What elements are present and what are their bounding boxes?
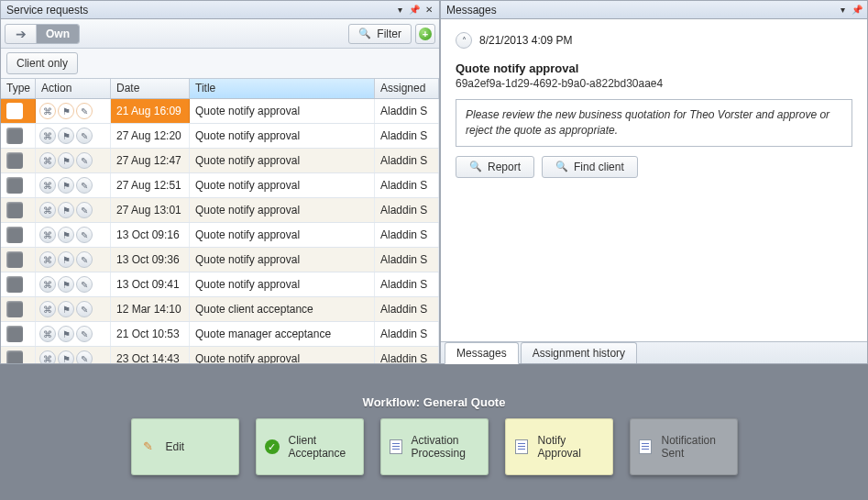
flag-icon[interactable]: ⚑ [58,128,74,144]
col-action[interactable]: Action [36,79,111,98]
cell-assigned: Aladdin S [375,272,439,296]
report-button[interactable]: 🔍 Report [456,156,534,178]
workflow-bar: Workflow: General Quote ✎ Edit ✓ Client … [0,364,868,500]
flag-icon[interactable]: ⚑ [58,301,74,317]
edit-icon[interactable]: ✎ [76,227,93,243]
filter-button[interactable]: 🔍 Filter [348,24,412,44]
flag-icon[interactable]: ⚑ [58,227,74,243]
pin-icon[interactable]: 📌 [851,4,863,17]
messages-panel: Messages ▾ 📌 ˄ 8/21/2013 4:09 PM Quote n… [440,0,868,364]
flag-icon[interactable]: ⚑ [58,251,74,268]
workflow-card-activation[interactable]: Activation Processing [380,418,489,475]
cell-assigned: Aladdin S [375,198,439,222]
workflow-card-client-acceptance[interactable]: ✓ Client Acceptance [256,418,364,475]
table-row[interactable]: ⌘⚑✎23 Oct 14:43Quote notify approvalAlad… [1,347,439,363]
message-text: Please review the new business quotation… [456,99,852,147]
attachment-icon[interactable]: ⌘ [39,128,56,144]
edit-icon[interactable]: ✎ [76,128,93,144]
attachment-icon[interactable]: ⌘ [39,326,56,342]
cell-assigned: Aladdin S [375,297,439,321]
edit-icon[interactable]: ✎ [76,251,93,268]
tab-assignment-history[interactable]: Assignment history [521,342,637,363]
edit-icon[interactable]: ✎ [76,326,93,342]
close-icon[interactable]: ✕ [423,4,435,17]
attachment-icon[interactable]: ⌘ [39,202,56,218]
cell-type [1,347,36,363]
table-row[interactable]: ⌘⚑✎21 Aug 16:09Quote notify approvalAlad… [1,99,439,124]
grid-header: Type Action Date Title Assigned [1,79,439,99]
messages-title: Messages [446,4,497,17]
col-title[interactable]: Title [190,79,375,98]
dropdown-icon[interactable]: ▾ [393,4,406,17]
cell-title: Quote notify approval [190,124,375,148]
pencil-icon: ✎ [140,439,157,455]
edit-icon[interactable]: ✎ [76,276,93,293]
cell-type [1,173,36,197]
cell-title: Quote notify approval [190,99,375,123]
edit-icon[interactable]: ✎ [76,202,93,218]
flag-icon[interactable]: ⚑ [58,326,74,342]
edit-icon[interactable]: ✎ [76,103,93,119]
document-icon [390,439,402,455]
table-row[interactable]: ⌘⚑✎27 Aug 13:01Quote notify approvalAlad… [1,198,439,223]
edit-icon[interactable]: ✎ [76,152,93,169]
table-row[interactable]: ⌘⚑✎27 Aug 12:51Quote notify approvalAlad… [1,173,439,198]
search-icon: 🔍 [469,161,482,172]
edit-icon[interactable]: ✎ [76,350,93,363]
table-row[interactable]: ⌘⚑✎27 Aug 12:20Quote notify approvalAlad… [1,124,439,149]
cell-title: Quote notify approval [190,173,375,197]
service-requests-title: Service requests [6,4,88,17]
edit-icon[interactable]: ✎ [76,177,93,194]
messages-tabs: Messages Assignment history [441,341,867,363]
tab-messages[interactable]: Messages [445,342,519,364]
add-button[interactable]: + [415,24,435,44]
attachment-icon[interactable]: ⌘ [39,251,56,268]
filter-label: Filter [377,28,401,40]
flag-icon[interactable]: ⚑ [58,177,74,194]
flag-icon[interactable]: ⚑ [58,152,74,169]
table-row[interactable]: ⌘⚑✎13 Oct 09:16Quote notify approvalAlad… [1,223,439,248]
own-toggle[interactable]: ➔ Own [5,24,80,44]
cell-action: ⌘⚑✎ [36,223,111,247]
cell-date: 27 Aug 12:51 [111,173,190,197]
find-client-label: Find client [574,161,624,173]
cell-type [1,149,36,172]
attachment-icon[interactable]: ⌘ [39,152,56,169]
flag-icon[interactable]: ⚑ [58,202,74,218]
dropdown-icon[interactable]: ▾ [836,4,849,17]
table-row[interactable]: ⌘⚑✎13 Oct 09:36Quote notify approvalAlad… [1,248,439,272]
attachment-icon[interactable]: ⌘ [39,350,56,363]
table-row[interactable]: ⌘⚑✎21 Oct 10:53Quote manager acceptanceA… [1,322,439,347]
attachment-icon[interactable]: ⌘ [39,301,56,317]
workflow-card-notify[interactable]: Notify Approval [505,418,613,475]
table-row[interactable]: ⌘⚑✎27 Aug 12:47Quote notify approvalAlad… [1,149,439,173]
attachment-icon[interactable]: ⌘ [39,177,56,194]
table-row[interactable]: ⌘⚑✎13 Oct 09:41Quote notify approvalAlad… [1,272,439,297]
workflow-card-edit[interactable]: ✎ Edit [131,418,239,475]
attachment-icon[interactable]: ⌘ [39,276,56,293]
edit-icon[interactable]: ✎ [76,301,93,317]
col-assigned[interactable]: Assigned [375,79,439,98]
flag-icon[interactable]: ⚑ [58,276,74,293]
attachment-icon[interactable]: ⌘ [39,103,56,119]
cell-type [1,223,36,247]
col-type[interactable]: Type [1,79,36,98]
col-date[interactable]: Date [111,79,190,98]
flag-icon[interactable]: ⚑ [58,350,74,363]
service-requests-subbar: Client only [1,49,439,79]
type-icon [6,326,23,342]
message-actions: 🔍 Report 🔍 Find client [456,156,852,178]
find-client-button[interactable]: 🔍 Find client [542,156,638,178]
client-only-button[interactable]: Client only [6,52,78,74]
workflow-card-label: Activation Processing [412,434,479,460]
workflow-card-notification-sent[interactable]: Notification Sent [630,418,738,475]
flag-icon[interactable]: ⚑ [58,103,74,119]
pin-icon[interactable]: 📌 [408,4,421,17]
attachment-icon[interactable]: ⌘ [39,227,56,243]
cell-assigned: Aladdin S [375,173,439,197]
type-icon [6,177,23,194]
table-row[interactable]: ⌘⚑✎12 Mar 14:10Quote client acceptanceAl… [1,297,439,322]
type-icon [6,251,23,268]
collapse-icon[interactable]: ˄ [456,32,472,49]
cell-type [1,198,36,222]
